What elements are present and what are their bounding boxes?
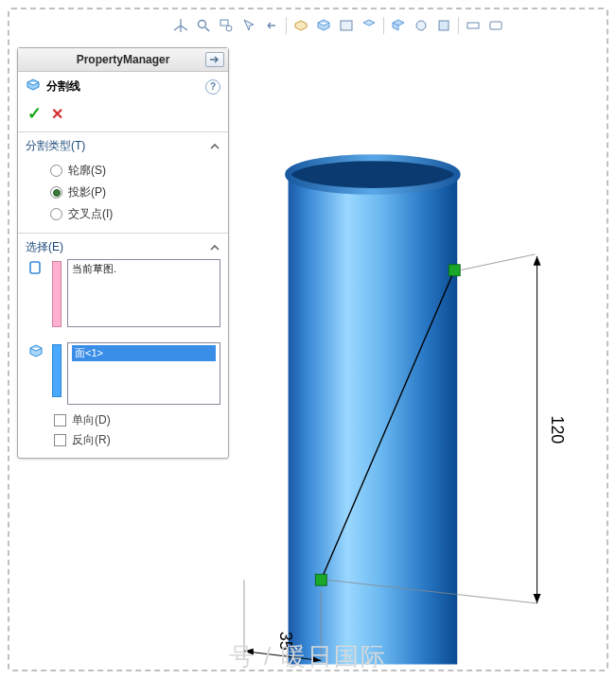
pm-header-title: PropertyManager <box>77 53 170 66</box>
checkbox-icon <box>54 434 66 446</box>
sketch-endpoint-handle[interactable] <box>449 265 460 276</box>
capture-icon[interactable] <box>485 15 506 36</box>
face-selection-list[interactable]: 面<1> <box>67 342 220 405</box>
svg-line-9 <box>460 254 535 270</box>
split-type-label: 分割类型(T) <box>26 138 85 154</box>
checkbox-label: 反向(R) <box>72 432 111 448</box>
radio-intersection[interactable]: 交叉点(I) <box>50 203 215 225</box>
sketch-required-indicator <box>52 261 62 327</box>
radio-icon <box>50 208 62 220</box>
dimension-value: 35 <box>276 632 295 651</box>
feature-title: 分割线 <box>46 78 80 95</box>
property-manager-panel: PropertyManager 分割线 ? ✓ ✕ 分割类型(T) 轮廓(S) … <box>17 47 229 459</box>
zoom-area-icon[interactable] <box>216 15 237 36</box>
scene-icon[interactable] <box>336 15 357 36</box>
single-direction-checkbox[interactable]: 单向(D) <box>54 410 220 430</box>
toolbar-separator <box>383 17 384 34</box>
chevron-up-icon[interactable] <box>209 242 220 253</box>
view-toolbar <box>170 15 506 36</box>
graphics-viewport[interactable]: 120 35 <box>237 53 603 666</box>
face-required-indicator <box>52 344 62 397</box>
zoom-fit-icon[interactable] <box>193 15 214 36</box>
dimension-value: 120 <box>548 416 567 444</box>
radio-projection[interactable]: 投影(P) <box>50 182 215 203</box>
svg-point-2 <box>226 26 232 31</box>
radio-label: 交叉点(I) <box>68 206 113 222</box>
reverse-checkbox[interactable]: 反向(R) <box>54 430 220 450</box>
toolbar-separator <box>286 17 287 34</box>
list-item[interactable]: 面<1> <box>72 345 216 361</box>
help-icon[interactable]: ? <box>205 79 220 95</box>
hide-show-icon[interactable] <box>388 15 409 36</box>
select-icon[interactable] <box>238 15 259 36</box>
svg-rect-6 <box>467 23 479 28</box>
svg-rect-1 <box>220 20 228 26</box>
flatten-icon[interactable] <box>463 15 484 36</box>
sketch-endpoint-handle[interactable] <box>315 574 326 585</box>
split-line-feature-icon <box>26 78 41 96</box>
sketch-selection-list[interactable]: 当前草图. <box>67 259 220 327</box>
prev-view-icon[interactable] <box>261 15 282 36</box>
radio-label: 轮廓(S) <box>68 163 106 179</box>
radio-silhouette[interactable]: 轮廓(S) <box>50 160 215 182</box>
feature-title-row: 分割线 ? <box>18 72 228 101</box>
appearance-icon[interactable] <box>411 15 431 36</box>
toolbar-separator <box>458 17 459 34</box>
radio-label: 投影(P) <box>68 184 106 200</box>
svg-rect-3 <box>341 21 352 30</box>
svg-point-0 <box>199 21 206 28</box>
list-item[interactable]: 当前草图. <box>72 263 116 274</box>
svg-rect-5 <box>439 21 449 30</box>
view-orient-icon[interactable] <box>359 15 379 36</box>
face-selection-icon <box>26 342 46 405</box>
sketch-selection-icon <box>26 259 46 327</box>
svg-rect-7 <box>490 22 502 29</box>
section-icon[interactable] <box>290 15 311 36</box>
cylinder-body[interactable] <box>289 177 458 665</box>
ok-button[interactable]: ✓ <box>27 103 42 124</box>
radio-icon <box>50 165 62 177</box>
pin-panel-button[interactable] <box>205 52 224 67</box>
cancel-button[interactable]: ✕ <box>51 105 63 123</box>
svg-point-4 <box>416 21 426 30</box>
svg-rect-8 <box>30 262 40 273</box>
radio-icon <box>50 186 62 199</box>
axis-icon[interactable] <box>170 15 191 36</box>
pm-header: PropertyManager <box>18 48 228 72</box>
checkbox-label: 单向(D) <box>72 412 111 428</box>
edit-appearance-icon[interactable] <box>433 15 454 36</box>
split-type-section: 分割类型(T) 轮廓(S) 投影(P) 交叉点(I) <box>18 131 228 233</box>
accept-cancel-row: ✓ ✕ <box>18 101 228 131</box>
display-style-icon[interactable] <box>313 15 334 36</box>
checkbox-icon <box>54 414 66 427</box>
select-label: 选择(E) <box>26 239 63 255</box>
model-canvas[interactable]: 120 35 <box>237 53 603 666</box>
select-section: 选择(E) 当前草图. 面<1> 单向(D) <box>18 233 228 458</box>
chevron-up-icon[interactable] <box>209 141 220 152</box>
